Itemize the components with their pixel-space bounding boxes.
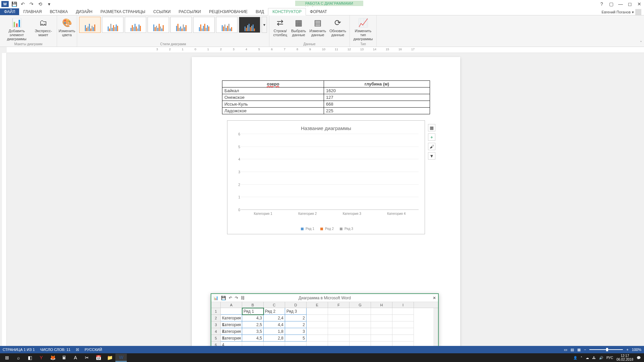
tab-references[interactable]: ССЫЛКИ <box>149 8 174 15</box>
grid-cell[interactable] <box>371 328 392 335</box>
grid-cell[interactable] <box>350 315 371 321</box>
grid-cell[interactable] <box>307 315 328 321</box>
table-row[interactable]: Иссык-Куль668 <box>222 101 430 108</box>
input-language[interactable]: РУС <box>606 356 613 360</box>
tab-page-layout[interactable]: РАЗМЕТКА СТРАНИЦЫ <box>97 8 150 15</box>
row-header[interactable]: 1 <box>211 308 221 315</box>
grid-cell[interactable] <box>328 315 350 321</box>
volume-icon[interactable]: 🔊 <box>599 356 603 360</box>
chart-style-thumb-5[interactable] <box>170 17 192 33</box>
user-account[interactable]: Евгений Поганов ▾ <box>602 9 641 15</box>
table-row[interactable]: Байкал1620 <box>222 87 430 94</box>
change-chart-type-button[interactable]: 📈Изменить тип диаграммы <box>352 17 374 42</box>
chart-styles-more-icon[interactable]: ▾ <box>262 17 267 33</box>
chart-style-thumb-6[interactable] <box>193 17 215 33</box>
chart-object[interactable]: Название диаграммы 0123456 Категория 1Ка… <box>227 120 425 234</box>
grid-cell[interactable]: 4,5 <box>242 335 264 342</box>
grid-cell[interactable]: 2 <box>285 315 307 321</box>
zoom-level[interactable]: 100% <box>632 348 641 352</box>
grid-cell[interactable] <box>307 328 328 335</box>
maximize-icon[interactable]: ◻ <box>627 1 633 7</box>
chart-data-editor-titlebar[interactable]: 📊 💾 ↶ ↷ ⛓ Диаграмма в Microsoft Word ✕ <box>211 294 438 302</box>
ribbon-display-icon[interactable]: ▢ <box>608 1 614 7</box>
grid-cell[interactable]: 2 <box>285 321 307 328</box>
grid-cell[interactable] <box>350 321 371 328</box>
search-icon[interactable]: ⌕ <box>13 354 24 362</box>
column-header[interactable]: H <box>371 302 392 308</box>
file-explorer-icon[interactable]: 📁 <box>104 354 115 362</box>
grid-cell[interactable]: 2,5 <box>242 321 264 328</box>
tab-view[interactable]: ВИД <box>252 8 268 15</box>
grid-cell[interactable]: 2,8 <box>264 335 285 342</box>
select-data-button[interactable]: ▦Выбрать данные <box>290 17 308 38</box>
column-header[interactable]: B <box>242 302 264 308</box>
help-icon[interactable]: ? <box>598 1 605 7</box>
people-icon[interactable]: 👤 <box>573 356 577 360</box>
refresh-data-button[interactable]: ⟳Обновить данные <box>328 17 347 38</box>
grid-cell[interactable]: 5 <box>285 335 307 342</box>
grid-cell[interactable] <box>371 335 392 342</box>
chart-elements-button[interactable]: + <box>428 133 435 141</box>
column-header[interactable]: C <box>264 302 285 308</box>
chart-style-thumb-7[interactable] <box>216 17 237 33</box>
close-icon[interactable]: ✕ <box>636 1 643 7</box>
network-icon[interactable]: 🖧 <box>592 356 596 360</box>
grid-cell[interactable]: Ряд 2 <box>264 308 285 315</box>
calendar-icon[interactable]: 📅 <box>93 354 104 362</box>
vertical-ruler[interactable] <box>2 53 7 353</box>
chart-data-editor-window[interactable]: 📊 💾 ↶ ↷ ⛓ Диаграмма в Microsoft Word ✕ A… <box>211 293 439 353</box>
minimize-icon[interactable]: — <box>617 1 624 7</box>
snipping-tool-icon[interactable]: ✂ <box>81 354 93 362</box>
grid-cell[interactable] <box>328 335 350 342</box>
qat-customize-icon[interactable]: ▾ <box>46 1 52 7</box>
change-colors-button[interactable]: 🎨 Изменить цвета <box>57 17 77 38</box>
proofing-icon[interactable]: ☒ <box>76 348 79 352</box>
excel-save-icon[interactable]: 💾 <box>221 296 226 300</box>
column-header[interactable]: D <box>285 302 307 308</box>
legend-item[interactable]: Ряд 2 <box>318 227 334 231</box>
undo-icon[interactable]: ↶ <box>19 1 26 7</box>
grid-cell[interactable]: 3,5 <box>242 328 264 335</box>
table-row[interactable]: Ладожское225 <box>222 108 430 114</box>
grid-cell[interactable]: Категория 1 <box>221 315 242 321</box>
grid-cell[interactable] <box>350 335 371 342</box>
grid-cell[interactable] <box>307 321 328 328</box>
grid-cell[interactable]: 2,4 <box>264 315 285 321</box>
start-button[interactable]: ⊞ <box>1 354 13 362</box>
column-header[interactable]: G <box>350 302 371 308</box>
quick-layout-button[interactable]: 🗂 Экспресс-макет <box>32 17 55 42</box>
grid-cell[interactable] <box>371 308 392 315</box>
grid-cell[interactable] <box>392 335 414 342</box>
grid-cell[interactable]: 4,4 <box>264 321 285 328</box>
chart-style-thumb-1[interactable] <box>79 17 101 33</box>
select-all-corner[interactable] <box>211 302 221 308</box>
chart-title[interactable]: Название диаграммы <box>227 121 425 131</box>
onedrive-icon[interactable]: ☁ <box>586 356 589 360</box>
grid-cell[interactable] <box>307 308 328 315</box>
read-mode-icon[interactable]: ▭ <box>564 348 567 352</box>
grid-cell[interactable]: Ряд 3 <box>285 308 307 315</box>
excel-undo-icon[interactable]: ↶ <box>229 296 232 300</box>
excel-link-icon[interactable]: ⛓ <box>241 296 245 300</box>
grid-cell[interactable] <box>392 308 414 315</box>
column-header[interactable]: F <box>328 302 350 308</box>
chart-plot-area[interactable]: 0123456 Категория 1Категория 2Категория … <box>241 134 419 210</box>
page-indicator[interactable]: СТРАНИЦА 1 ИЗ 1 <box>3 348 35 352</box>
excel-redo-icon[interactable]: ↷ <box>235 296 238 300</box>
grid-cell[interactable] <box>371 315 392 321</box>
zoom-slider[interactable] <box>589 349 623 350</box>
chart-style-thumb-2[interactable] <box>102 17 123 33</box>
chart-style-thumb-8[interactable] <box>239 17 260 33</box>
tab-home[interactable]: ГЛАВНАЯ <box>19 8 46 15</box>
touch-mode-icon[interactable]: ⟲ <box>37 1 44 7</box>
calculator-icon[interactable]: 🖩 <box>58 354 70 362</box>
grid-cell[interactable]: 3 <box>285 328 307 335</box>
grid-cell[interactable] <box>350 328 371 335</box>
grid-cell[interactable]: Категория 2 <box>221 321 242 328</box>
zoom-out-icon[interactable]: − <box>584 348 586 352</box>
grid-cell[interactable]: Категория 4 <box>221 335 242 342</box>
word-taskbar-icon[interactable]: W <box>115 354 127 362</box>
grid-cell[interactable]: Категория 3 <box>221 328 242 335</box>
row-header[interactable]: 2 <box>211 315 221 321</box>
row-header[interactable]: 5 <box>211 335 221 342</box>
